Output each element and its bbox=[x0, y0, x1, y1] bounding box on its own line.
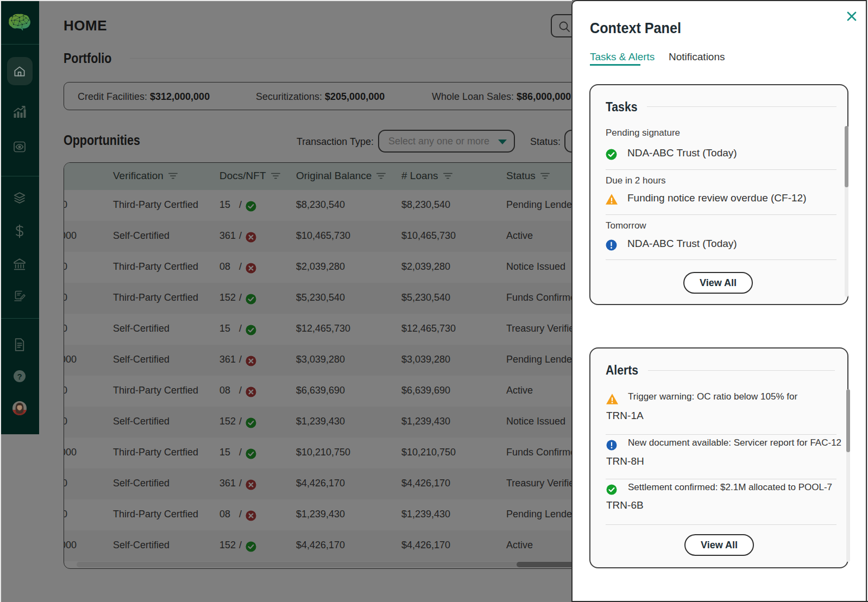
svg-text:?: ? bbox=[17, 372, 22, 381]
